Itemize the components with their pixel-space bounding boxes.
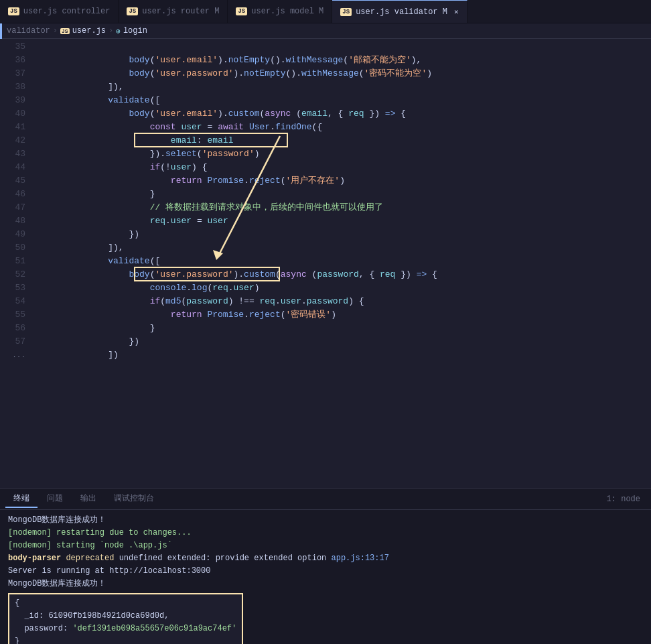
- terminal-line-3: [nodemon] starting `node .\app.js`: [8, 539, 643, 552]
- js-icon-1: JS: [8, 7, 19, 15]
- code-line-56: }): [35, 322, 651, 335]
- code-line-54: return Promise.reject('密码错误'): [35, 295, 651, 308]
- code-line-39: body('user.email').custom(async (email, …: [35, 94, 651, 107]
- code-line-40: const user = await User.findOne({: [35, 107, 651, 121]
- code-content: body('user.email').notEmpty().withMessag…: [32, 39, 651, 488]
- tab-label-2: user.js router M: [142, 7, 219, 16]
- terminal-line-5: Server is running at http://localhost:30…: [8, 565, 643, 578]
- js-icon-4: JS: [340, 8, 352, 16]
- terminal-tabs: 终端 问题 输出 调试控制台 1: node: [0, 489, 651, 510]
- terminal-tab-terminal[interactable]: 终端: [5, 490, 38, 508]
- tab-label-3: user.js model M: [251, 7, 323, 16]
- code-line-48: }): [35, 214, 651, 228]
- terminal-json-line-1: {: [15, 597, 236, 610]
- js-icon-3: JS: [236, 7, 247, 15]
- breadcrumb-part-1: validator: [7, 26, 50, 36]
- code-line-46: // 将数据挂载到请求对象中，后续的中间件也就可以使用了: [35, 188, 651, 201]
- js-icon-breadcrumb: JS: [60, 28, 70, 34]
- code-line-53: if(md5(password) !== req.user.password) …: [35, 281, 651, 295]
- code-line-49: ]),: [35, 228, 651, 241]
- terminal-line-2: [nodemon] restarting due to changes...: [8, 527, 643, 539]
- js-icon-2: JS: [127, 7, 138, 15]
- app-container: JS user.js controller JS user.js router …: [0, 0, 651, 644]
- code-line-47: req.user = user: [35, 201, 651, 214]
- tab-bar: JS user.js controller JS user.js router …: [0, 0, 651, 23]
- terminal-json-line-2: _id: 61090fb198b4921d0ca69d0d,: [15, 610, 236, 623]
- tab-label-1: user.js controller: [23, 7, 111, 16]
- code-line-55: }: [35, 308, 651, 322]
- code-line-37: ]),: [35, 67, 651, 80]
- code-line-41: email: email: [35, 121, 651, 134]
- code-line-51: body('user.password').custom(async (pass…: [35, 255, 651, 268]
- terminal-tab-problems[interactable]: 问题: [39, 490, 71, 508]
- terminal-panel: 终端 问题 输出 调试控制台 1: node MongoDB数据库连接成功！ […: [0, 488, 651, 644]
- code-line-42: }).select('password'): [35, 134, 651, 147]
- terminal-body: MongoDB数据库连接成功！ [nodemon] restarting due…: [0, 510, 651, 644]
- code-line-43: if(!user) {: [35, 147, 651, 161]
- code-line-35: body('user.email').notEmpty().withMessag…: [35, 40, 651, 54]
- terminal-line-1: MongoDB数据库连接成功！: [8, 514, 643, 527]
- code-line-38: validate([: [35, 80, 651, 94]
- breadcrumb-sep-1: ›: [53, 26, 58, 36]
- breadcrumb-part-3: login: [123, 26, 147, 36]
- code-line-57: ]): [35, 335, 651, 348]
- code-line-50: validate([: [35, 241, 651, 255]
- tab-controller[interactable]: JS user.js controller: [0, 0, 119, 23]
- terminal-json-line-3: password: 'def1391eb098a55657e06c91a9ac7…: [15, 623, 236, 635]
- tab-model[interactable]: JS user.js model M: [228, 0, 332, 23]
- terminal-line-6: MongoDB数据库连接成功！: [8, 578, 643, 590]
- tab-router[interactable]: JS user.js router M: [119, 0, 228, 23]
- terminal-node-label: 1: node: [607, 495, 646, 504]
- function-icon: ⊕: [116, 27, 121, 36]
- terminal-json-line-4: }: [15, 635, 236, 644]
- terminal-tab-debug[interactable]: 调试控制台: [106, 490, 162, 508]
- terminal-tab-output[interactable]: 输出: [72, 490, 104, 508]
- breadcrumb: validator › JS user.js › ⊕ login: [0, 23, 651, 39]
- code-line-52: console.log(req.user): [35, 268, 651, 281]
- code-line-44: return Promise.reject('用户不存在'): [35, 161, 651, 174]
- breadcrumb-sep-2: ›: [108, 26, 113, 36]
- close-icon[interactable]: ✕: [454, 7, 459, 16]
- terminal-json-output: { _id: 61090fb198b4921d0ca69d0d, passwor…: [8, 593, 243, 644]
- code-line-36: body('user.password').notEmpty().withMes…: [35, 54, 651, 67]
- line-numbers: 35 36 37 38 39 40 41 42 43 44 45 46 47 4…: [0, 39, 32, 488]
- editor: 35 36 37 38 39 40 41 42 43 44 45 46 47 4…: [0, 39, 651, 488]
- terminal-line-4: body-parser deprecated undefined extende…: [8, 552, 643, 565]
- breadcrumb-part-2: user.js: [72, 26, 106, 36]
- tab-label-4: user.js validator M: [356, 7, 447, 17]
- code-line-45: }: [35, 174, 651, 188]
- tab-validator[interactable]: JS user.js validator M ✕: [332, 0, 467, 23]
